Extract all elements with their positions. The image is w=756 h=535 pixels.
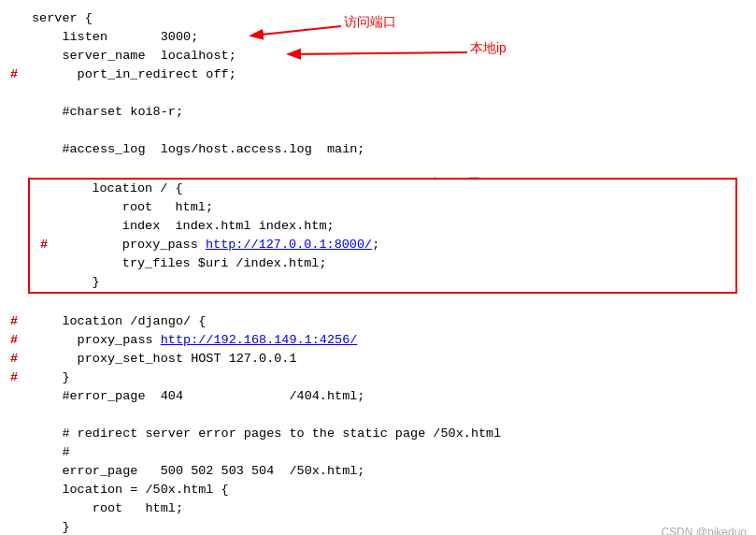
line-17: # location /django/ { (0, 312, 756, 331)
line-4: # port_in_redirect off; (0, 65, 756, 84)
gutter-18: # (0, 331, 28, 350)
gutter-20: # (0, 369, 28, 387)
line-24: # (0, 443, 756, 462)
code-18: proxy_pass http://192.168.149.1:4256/ (28, 331, 756, 350)
proxy-pass-link-1[interactable]: http://127.0.0.1:8000/ (206, 238, 372, 252)
line-28: } (0, 518, 756, 535)
code-container: 访问端口 本地ip 这里配置一下 server { listen 3000; s… (0, 0, 756, 535)
line-12: index index.html index.htm; (30, 217, 735, 236)
code-9 (28, 159, 756, 178)
code-14: try_files $uri /index.html; (58, 254, 735, 273)
line-1: server { (0, 9, 756, 28)
watermark: CSDN @pikeduo (661, 526, 747, 535)
code-27: root html; (28, 499, 756, 518)
line-5 (0, 84, 756, 103)
code-19: proxy_set_host HOST 127.0.0.1 (28, 350, 756, 369)
code-20: } (28, 369, 756, 387)
line-27: root html; (0, 499, 756, 518)
code-23: # redirect server error pages to the sta… (28, 425, 756, 443)
gutter-19: # (0, 350, 28, 369)
code-3: server_name localhost; (28, 47, 756, 65)
code-17: location /django/ { (28, 312, 756, 331)
line-26: location = /50x.html { (0, 481, 756, 499)
line-8: #access_log logs/host.access.log main; (0, 140, 756, 159)
line-19: # proxy_set_host HOST 127.0.0.1 (0, 350, 756, 369)
code-1: server { (28, 9, 756, 28)
code-25: error_page 500 502 503 504 /50x.html; (28, 462, 756, 481)
line-11: root html; (30, 198, 735, 217)
code-28: } (28, 518, 756, 535)
code-2: listen 3000; (28, 28, 756, 47)
code-15: } (58, 273, 735, 292)
proxy-pass-link-2[interactable]: http://192.168.149.1:4256/ (161, 333, 358, 347)
line-16 (0, 294, 756, 312)
code-10: location / { (58, 180, 735, 198)
line-15: } (30, 273, 735, 292)
code-22 (28, 406, 756, 425)
line-20: # } (0, 369, 756, 387)
line-25: error_page 500 502 503 504 /50x.html; (0, 462, 756, 481)
line-22 (0, 406, 756, 425)
code-11: root html; (58, 198, 735, 217)
line-21: #error_page 404 /404.html; (0, 387, 756, 406)
code-16 (28, 294, 756, 312)
line-23: # redirect server error pages to the sta… (0, 425, 756, 443)
code-21: #error_page 404 /404.html; (28, 387, 756, 406)
line-2: listen 3000; (0, 28, 756, 47)
code-7 (28, 122, 756, 140)
line-6: #charset koi8-r; (0, 103, 756, 122)
line-7 (0, 122, 756, 140)
code-8: #access_log logs/host.access.log main; (28, 140, 756, 159)
code-12: index index.html index.htm; (58, 217, 735, 236)
line-3: server_name localhost; (0, 47, 756, 65)
highlight-block: location / { root html; index index.html… (28, 178, 737, 294)
code-6: #charset koi8-r; (28, 103, 756, 122)
line-18: # proxy_pass http://192.168.149.1:4256/ (0, 331, 756, 350)
code-26: location = /50x.html { (28, 481, 756, 499)
gutter-13: # (30, 236, 58, 254)
code-13: proxy_pass http://127.0.0.1:8000/; (58, 236, 735, 254)
line-10: location / { (30, 180, 735, 198)
gutter-17: # (0, 312, 28, 331)
gutter-4: # (0, 65, 28, 84)
code-5 (28, 84, 756, 103)
code-4: port_in_redirect off; (28, 65, 756, 84)
code-24: # (28, 443, 756, 462)
line-13: # proxy_pass http://127.0.0.1:8000/; (30, 236, 735, 254)
line-9 (0, 159, 756, 178)
line-14: try_files $uri /index.html; (30, 254, 735, 273)
